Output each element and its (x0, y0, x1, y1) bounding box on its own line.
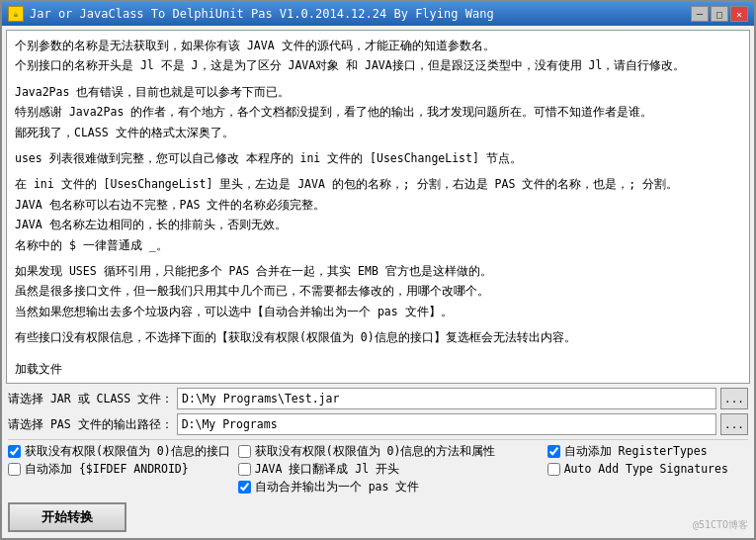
cb-add-register-types-label: 自动添加 RegisterTypes (564, 444, 708, 459)
cb-get-no-permission-method[interactable] (238, 445, 251, 458)
content-line: 在 ini 文件的 [UsesChangeList] 里头，左边是 JAVA 的… (15, 175, 741, 193)
checkbox-get-no-permission-interface: 获取没有权限(权限值为 0)信息的接口 (8, 444, 230, 459)
divider (8, 439, 748, 440)
jar-label: 请选择 JAR 或 CLASS 文件： (8, 392, 173, 406)
checkbox-java-interface-jl: JAVA 接口翻译成 Jl 开头 (238, 462, 540, 477)
cb-auto-add-type-sig[interactable] (547, 463, 560, 476)
watermark: @51CTO博客 (693, 518, 748, 532)
window-title: Jar or JavaClass To DelphiUnit Pas V1.0.… (30, 7, 494, 21)
content-line: 加载文件 (15, 360, 741, 378)
jar-browse-button[interactable]: ... (720, 388, 748, 409)
content-line: 特别感谢 Java2Pas 的作者，有个地方，各个文档都没提到，看了他的输出，我… (15, 103, 741, 121)
titlebar: ☕ Jar or JavaClass To DelphiUnit Pas V1.… (2, 2, 754, 26)
pas-input[interactable] (177, 413, 716, 435)
content-line (15, 256, 741, 260)
cb-java-interface-jl-label: JAVA 接口翻译成 Jl 开头 (255, 462, 399, 477)
checkbox-merge-pas: 自动合并输出为一个 pas 文件 (238, 480, 540, 495)
content-line: Java2Pas 也有错误，目前也就是可以参考下而已。 (15, 83, 741, 101)
content-line (15, 348, 741, 352)
titlebar-left: ☕ Jar or JavaClass To DelphiUnit Pas V1.… (8, 6, 494, 22)
content-area: 个别参数的名称是无法获取到，如果你有该 JAVA 文件的源代码，才能正确的知道参… (2, 26, 754, 538)
cb-add-ifdef-label: 自动添加 {$IFDEF ANDROID} (25, 462, 189, 477)
content-line: 名称中的 $ 一律普通成 _。 (15, 236, 741, 254)
cb-add-ifdef[interactable] (8, 463, 21, 476)
content-line (15, 143, 741, 147)
content-line: 鄙死我了，CLASS 文件的格式太深奥了。 (15, 124, 741, 141)
main-window: ☕ Jar or JavaClass To DelphiUnit Pas V1.… (0, 0, 756, 540)
maximize-button[interactable]: □ (711, 6, 728, 22)
cb-java-interface-jl[interactable] (238, 463, 251, 476)
content-line (15, 169, 741, 173)
app-icon: ☕ (8, 6, 24, 22)
close-button[interactable]: ✕ (730, 6, 748, 22)
checkbox-get-no-permission-method: 获取没有权限(权限值为 0)信息的方法和属性 (238, 444, 540, 459)
bottom-btn-row: 开始转换 (8, 498, 748, 532)
content-line: uses 列表很难做到完整，您可以自己修改 本程序的 ini 文件的 [Uses… (15, 149, 741, 167)
content-line: JAVA 包名称左边相同的，长的排前头，否则无效。 (15, 216, 741, 233)
start-convert-button[interactable]: 开始转换 (8, 502, 126, 532)
content-line (15, 322, 741, 326)
content-line: 个别接口的名称开头是 Jl 不是 J，这是为了区分 JAVA对象 和 JAVA接… (15, 56, 741, 74)
content-line: JAVA 包名称可以右边不完整，PAS 文件的名称必须完整。 (15, 196, 741, 214)
cb-get-no-permission-interface[interactable] (8, 445, 21, 458)
titlebar-buttons: ─ □ ✕ (691, 6, 748, 22)
content-line (15, 354, 741, 358)
cb-merge-pas[interactable] (238, 481, 251, 494)
content-line: 有些接口没有权限信息，不选择下面的【获取没有权限(权限值为 0)信息的接口】复选… (15, 328, 741, 346)
jar-form-row: 请选择 JAR 或 CLASS 文件： ... (8, 388, 748, 409)
checkbox-add-register-types: 自动添加 RegisterTypes (547, 444, 748, 459)
cb-add-register-types[interactable] (547, 445, 560, 458)
pas-form-row: 请选择 PAS 文件的输出路径： ... (8, 413, 748, 435)
content-line: 当然如果您想输出去多个垃圾内容，可以选中【自动合并输出为一个 pas 文件】。 (15, 303, 741, 320)
jar-input[interactable] (177, 388, 716, 409)
cb-auto-add-type-sig-label: Auto Add Type Signatures (564, 462, 728, 476)
minimize-button[interactable]: ─ (691, 6, 709, 22)
content-line: 虽然是很多接口文件，但一般我们只用其中几个而已，不需要都去修改的，用哪个改哪个。 (15, 282, 741, 300)
text-scroll-area[interactable]: 个别参数的名称是无法获取到，如果你有该 JAVA 文件的源代码，才能正确的知道参… (6, 30, 750, 384)
bottom-panel: 请选择 JAR 或 CLASS 文件： ... 请选择 PAS 文件的输出路径：… (6, 384, 750, 534)
content-line: 如果发现 USES 循环引用，只能把多个 PAS 合并在一起，其实 EMB 官方… (15, 262, 741, 280)
cb-get-no-permission-interface-label: 获取没有权限(权限值为 0)信息的接口 (25, 444, 230, 459)
checkbox-auto-add-type-sig: Auto Add Type Signatures (547, 462, 748, 476)
content-line: 个别参数的名称是无法获取到，如果你有该 JAVA 文件的源代码，才能正确的知道参… (15, 37, 741, 54)
cb-merge-pas-label: 自动合并输出为一个 pas 文件 (255, 480, 420, 495)
content-line (15, 77, 741, 81)
pas-label: 请选择 PAS 文件的输出路径： (8, 417, 173, 432)
cb-get-no-permission-method-label: 获取没有权限(权限值为 0)信息的方法和属性 (255, 444, 496, 459)
checkbox-add-ifdef: 自动添加 {$IFDEF ANDROID} (8, 462, 230, 477)
pas-browse-button[interactable]: ... (720, 413, 748, 435)
